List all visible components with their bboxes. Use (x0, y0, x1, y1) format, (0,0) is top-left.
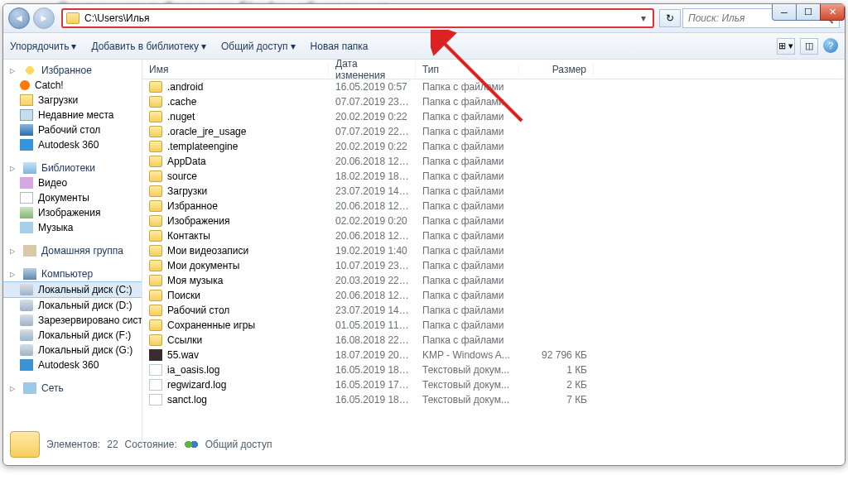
file-row[interactable]: Изображения02.02.2019 0:20Папка с файлам… (142, 214, 845, 228)
desktop-icon (20, 124, 33, 136)
header-type[interactable]: Тип (416, 64, 519, 75)
sidebar-homegroup[interactable]: Домашняя группа (3, 243, 142, 258)
file-type: Папка с файлами (416, 215, 519, 227)
share-button[interactable]: Общий доступ▾ (221, 41, 296, 52)
file-row[interactable]: Рабочий стол23.07.2019 14:36Папка с файл… (142, 303, 845, 318)
sidebar-network[interactable]: Сеть (3, 381, 142, 396)
help-button[interactable]: ? (823, 38, 838, 53)
address-input[interactable] (84, 12, 638, 24)
file-date: 02.02.2019 0:20 (329, 215, 416, 227)
header-size[interactable]: Размер (519, 64, 594, 75)
file-row[interactable]: sanct.log16.05.2019 18:58Текстовый докум… (142, 392, 845, 407)
column-headers: Имя Дата изменения Тип Размер (142, 60, 845, 79)
drive-icon (20, 314, 33, 326)
address-bar[interactable]: ▾ (61, 8, 654, 28)
folder-icon (149, 230, 162, 242)
sidebar-item-recent[interactable]: Недавние места (3, 108, 142, 122)
folder-icon (149, 215, 162, 227)
sidebar-libraries[interactable]: Библиотеки (3, 161, 142, 175)
header-date[interactable]: Дата изменения (329, 60, 416, 81)
add-to-library-button[interactable]: Добавить в библиотеку▾ (91, 41, 206, 52)
sidebar-item-drive-d[interactable]: Локальный диск (D:) (3, 298, 142, 313)
sidebar-item-music[interactable]: Музыка (3, 220, 142, 235)
sidebar-item-video[interactable]: Видео (3, 175, 142, 190)
sidebar-favorites[interactable]: Избранное (3, 63, 142, 78)
folder-icon (149, 81, 162, 93)
sidebar-item-downloads[interactable]: Загрузки (3, 93, 142, 108)
file-type: Папка с файлами (416, 126, 519, 137)
folder-icon (149, 156, 162, 167)
file-name: .nuget (167, 111, 195, 122)
file-name: regwizard.log (167, 379, 226, 391)
sidebar-item-drive-c[interactable]: Локальный диск (C:) (3, 281, 142, 298)
folder-icon (149, 170, 162, 182)
file-date: 10.07.2019 23:51 (329, 260, 416, 271)
sidebar-item-autodesk[interactable]: Autodesk 360 (3, 137, 142, 152)
file-date: 23.07.2019 14:36 (329, 305, 416, 316)
file-row[interactable]: .nuget20.02.2019 0:22Папка с файлами (142, 109, 845, 124)
refresh-button[interactable]: ↻ (659, 9, 681, 27)
file-row[interactable]: AppData20.06.2018 12:11Папка с файлами (142, 154, 845, 169)
recent-icon (20, 109, 33, 121)
file-row[interactable]: 55.wav18.07.2019 20:30KMP - Windows A...… (142, 348, 845, 362)
sidebar-item-reserved[interactable]: Зарезервировано системой (3, 313, 142, 328)
file-date: 16.08.2018 22:12 (329, 334, 416, 346)
sidebar-item-drive-g[interactable]: Локальный диск (G:) (3, 343, 142, 358)
minimize-button[interactable]: ─ (772, 4, 797, 21)
forward-button[interactable]: ► (33, 7, 55, 29)
network-icon (23, 382, 36, 394)
file-row[interactable]: Загрузки23.07.2019 14:37Папка с файлами (142, 184, 845, 199)
folder-icon (149, 245, 162, 257)
file-type: Папка с файлами (416, 141, 519, 152)
file-name: sanct.log (167, 394, 207, 406)
file-row[interactable]: regwizard.log16.05.2019 17:52Текстовый д… (142, 377, 845, 392)
folder-icon (149, 185, 162, 197)
address-dropdown-icon[interactable]: ▾ (638, 12, 649, 24)
sidebar-item-drive-f[interactable]: Локальный диск (F:) (3, 328, 142, 343)
share-icon (184, 439, 199, 450)
close-button[interactable]: ✕ (820, 4, 845, 21)
main-area: Избранное Catch! Загрузки Недавние места… (3, 60, 845, 442)
file-row[interactable]: Поиски20.06.2018 12:11Папка с файлами (142, 288, 845, 303)
wav-icon (149, 349, 162, 361)
new-folder-button[interactable]: Новая папка (311, 41, 369, 52)
file-row[interactable]: .templateengine20.02.2019 0:22Папка с фа… (142, 139, 845, 154)
file-row[interactable]: .oracle_jre_usage07.07.2019 22:06Папка с… (142, 124, 845, 139)
sidebar-item-desktop[interactable]: Рабочий стол (3, 122, 142, 137)
file-row[interactable]: Мои видеозаписи19.02.2019 1:40Папка с фа… (142, 243, 845, 258)
file-row[interactable]: Ссылки16.08.2018 22:12Папка с файлами (142, 333, 845, 348)
file-name: Поиски (167, 290, 200, 301)
header-name[interactable]: Имя (142, 64, 329, 75)
maximize-button[interactable]: ☐ (796, 4, 821, 21)
file-row[interactable]: .android16.05.2019 0:57Папка с файлами (142, 79, 845, 94)
file-type: Папка с файлами (416, 81, 519, 93)
back-button[interactable]: ◄ (8, 7, 30, 29)
file-size: 7 КБ (519, 394, 594, 406)
sidebar-item-autodesk2[interactable]: Autodesk 360 (3, 358, 142, 372)
homegroup-icon (23, 245, 36, 257)
file-row[interactable]: .cache07.07.2019 23:19Папка с файлами (142, 94, 845, 109)
file-row[interactable]: Контакты20.06.2018 12:11Папка с файлами (142, 228, 845, 243)
sidebar-item-documents[interactable]: Документы (3, 190, 142, 205)
file-date: 20.02.2019 0:22 (329, 111, 416, 122)
sidebar-item-catch[interactable]: Catch! (3, 78, 142, 93)
file-row[interactable]: Мои документы10.07.2019 23:51Папка с фай… (142, 258, 845, 273)
preview-pane-button[interactable]: ◫ (800, 38, 818, 55)
file-type: Папка с файлами (416, 245, 519, 257)
folder-icon (149, 334, 162, 346)
organize-button[interactable]: Упорядочить▾ (10, 41, 76, 52)
view-options-button[interactable]: ⊞ ▾ (777, 38, 795, 55)
sidebar-item-images[interactable]: Изображения (3, 205, 142, 220)
file-row[interactable]: Сохраненные игры01.05.2019 11:48Папка с … (142, 318, 845, 333)
file-row[interactable]: Избранное20.06.2018 12:12Папка с файлами (142, 199, 845, 214)
file-date: 20.06.2018 12:11 (329, 156, 416, 167)
file-row[interactable]: Моя музыка20.03.2019 22:55Папка с файлам… (142, 273, 845, 288)
file-row[interactable]: source18.02.2019 18:50Папка с файлами (142, 169, 845, 184)
documents-icon (20, 192, 33, 204)
star-icon (23, 65, 36, 76)
file-row[interactable]: ia_oasis.log16.05.2019 18:58Текстовый до… (142, 362, 845, 377)
libraries-icon (23, 162, 36, 174)
file-type: Папка с файлами (416, 305, 519, 316)
file-date: 07.07.2019 23:19 (329, 96, 416, 108)
sidebar-computer[interactable]: Компьютер (3, 266, 142, 281)
